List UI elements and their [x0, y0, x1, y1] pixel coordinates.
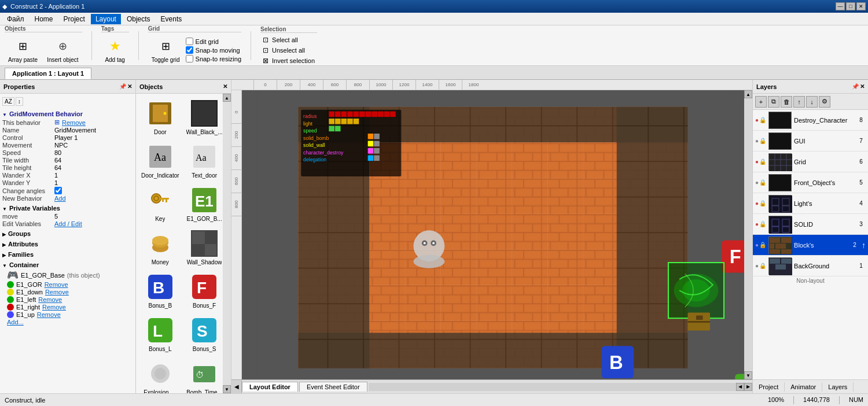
- container-header[interactable]: Container: [2, 261, 133, 269]
- objects-scroll-down-btn[interactable]: ▼: [223, 385, 231, 393]
- remove-behavior-link[interactable]: Remove: [62, 119, 86, 126]
- objects-scrollbar[interactable]: ▲ ▼: [223, 94, 231, 393]
- menu-objects[interactable]: Objects: [122, 14, 155, 24]
- object-e1-gor[interactable]: E1 E1_GOR_B...: [183, 183, 223, 225]
- objects-header-buttons[interactable]: ✕: [223, 83, 227, 90]
- menu-home[interactable]: Home: [30, 14, 58, 24]
- object-key[interactable]: Key: [138, 183, 182, 225]
- snap-to-moving-check[interactable]: Snap-to moving: [186, 46, 242, 54]
- layer-front-objects[interactable]: ● 🔒 Front_Object's 5: [753, 172, 868, 193]
- e1-left-remove-link[interactable]: Remove: [38, 296, 62, 303]
- properties-pin-icon[interactable]: 📌: [119, 83, 126, 90]
- change-angles-checkbox[interactable]: [54, 187, 62, 194]
- object-door[interactable]: Door: [138, 96, 182, 138]
- container-add-link[interactable]: Add...: [7, 319, 24, 326]
- layer-4-num: 4: [856, 200, 866, 206]
- object-bonus-f[interactable]: F Bonus_F: [183, 270, 223, 312]
- groups-collapse-icon[interactable]: [2, 230, 6, 237]
- layer-blocks[interactable]: ● 🔒 Block's 2 ↑: [753, 235, 868, 256]
- minimize-button[interactable]: —: [836, 2, 845, 10]
- copy-layer-btn[interactable]: ⧉: [768, 96, 779, 108]
- scroll-up-btn[interactable]: ▲: [744, 90, 752, 98]
- attributes-collapse-icon[interactable]: [2, 241, 6, 248]
- canvas-v-scrollbar[interactable]: ▲ ▼: [744, 90, 752, 379]
- e1-up-remove-link[interactable]: Remove: [37, 311, 61, 318]
- layers-close-icon[interactable]: ✕: [860, 83, 865, 90]
- sort-az-icon[interactable]: AZ: [2, 97, 14, 106]
- animator-tab[interactable]: Animator: [785, 382, 822, 392]
- menu-file[interactable]: Файл: [2, 14, 29, 24]
- e1-down-remove-link[interactable]: Remove: [45, 289, 69, 296]
- h-scroll-left-btn[interactable]: ◀: [736, 383, 744, 391]
- unselect-all-button[interactable]: ⊡ Unselect all: [260, 46, 317, 55]
- canvas-bottom-left-btn[interactable]: ◀: [231, 380, 242, 394]
- sort-icon[interactable]: ↕: [16, 97, 23, 106]
- objects-close-icon[interactable]: ✕: [223, 83, 227, 90]
- close-button[interactable]: ✕: [856, 2, 866, 10]
- game-viewport[interactable]: radius: [242, 90, 744, 379]
- attributes-header[interactable]: Attributes: [2, 240, 133, 248]
- layout-tab[interactable]: Application 1 : Layout 1: [5, 68, 91, 79]
- families-collapse-icon[interactable]: [2, 251, 6, 258]
- properties-close-icon[interactable]: ✕: [127, 83, 132, 90]
- object-text-door[interactable]: Aa Text_door: [183, 139, 223, 182]
- groups-header[interactable]: Groups: [2, 230, 133, 238]
- e1-gor-remove-link[interactable]: Remove: [45, 281, 68, 288]
- layers-tab-btn[interactable]: Layers: [822, 382, 854, 392]
- object-door-indicator[interactable]: Aa Door_Indicator: [138, 139, 182, 182]
- layout-editor-tab[interactable]: Layout Editor: [242, 382, 298, 392]
- insert-object-button[interactable]: ⊕ Insert object: [43, 35, 82, 65]
- object-wall-shadow[interactable]: Wall_Shadow: [183, 226, 223, 268]
- layers-header-buttons[interactable]: 📌 ✕: [852, 83, 865, 90]
- edit-grid-checkbox[interactable]: [186, 38, 193, 45]
- object-bonus-b[interactable]: B Bonus_B: [138, 270, 182, 312]
- array-paste-button[interactable]: ⊞ Array paste: [5, 35, 41, 65]
- layer-gui[interactable]: ● 🔒 GUI 7: [753, 131, 868, 152]
- edit-grid-check[interactable]: Edit grid: [186, 38, 242, 45]
- menu-project[interactable]: Project: [59, 14, 90, 24]
- container-collapse-icon[interactable]: [2, 261, 7, 268]
- object-bomb-time[interactable]: ⏱ Bomb_Time...: [183, 356, 223, 393]
- layer-lights[interactable]: ● 🔒 Light's 4: [753, 193, 868, 214]
- title-bar-controls[interactable]: — □ ✕: [836, 2, 866, 10]
- h-scroll-btns[interactable]: ◀ ▶: [736, 383, 752, 391]
- select-all-button[interactable]: ⊡ Select all: [260, 35, 317, 45]
- object-explosion[interactable]: Explosion_...: [138, 356, 182, 393]
- edit-variables-link[interactable]: Add / Edit: [54, 220, 82, 227]
- move-layer-down-btn[interactable]: ↓: [806, 96, 818, 108]
- scroll-down-btn[interactable]: ▼: [744, 371, 752, 379]
- snap-to-resizing-check[interactable]: Snap-to resizing: [186, 55, 242, 62]
- object-bonus-s[interactable]: S Bonus_S: [183, 313, 223, 355]
- layer-destroy-character[interactable]: ● 🔒 Destroy_Character 8: [753, 110, 868, 131]
- snap-to-resizing-checkbox[interactable]: [186, 55, 193, 62]
- objects-scroll-up-btn[interactable]: ▲: [223, 94, 231, 102]
- toggle-grid-button[interactable]: ⊞ Toggle grid: [148, 35, 183, 65]
- project-tab[interactable]: Project: [753, 382, 785, 392]
- event-sheet-tab[interactable]: Event Sheet Editor: [299, 382, 367, 392]
- delete-layer-btn[interactable]: 🗑: [781, 96, 792, 108]
- properties-header-buttons[interactable]: 📌 ✕: [119, 83, 132, 90]
- families-header[interactable]: Families: [2, 250, 133, 259]
- move-layer-up-btn[interactable]: ↑: [793, 96, 805, 108]
- add-tag-button[interactable]: ★ Add tag: [101, 35, 129, 65]
- private-vars-header[interactable]: Private Variables: [2, 204, 133, 212]
- new-behavior-link[interactable]: Add: [54, 195, 66, 202]
- menu-events[interactable]: Events: [156, 14, 187, 24]
- private-vars-collapse-icon[interactable]: [2, 205, 7, 212]
- layer-settings-btn[interactable]: ⚙: [819, 96, 830, 108]
- object-wall-black[interactable]: Wall_Black_...: [183, 96, 223, 138]
- object-bonus-l[interactable]: L Bonus_L: [138, 313, 182, 355]
- layer-grid[interactable]: ● 🔒 Grid 6: [753, 152, 868, 172]
- maximize-button[interactable]: □: [846, 2, 855, 10]
- layers-pin-icon[interactable]: 📌: [852, 83, 859, 90]
- menu-layout[interactable]: Layout: [91, 14, 121, 24]
- h-scroll-right-btn[interactable]: ▶: [744, 383, 752, 391]
- add-layer-btn[interactable]: +: [755, 96, 767, 108]
- layer-background[interactable]: ● 🔒 BackGround 1: [753, 256, 868, 276]
- invert-selection-button[interactable]: ⊠ Invert selection: [260, 56, 317, 65]
- e1-right-remove-link[interactable]: Remove: [42, 304, 66, 311]
- snap-to-moving-checkbox[interactable]: [186, 46, 193, 54]
- object-money[interactable]: Money: [138, 226, 182, 268]
- layer-solid[interactable]: ● 🔒 SOLID 3: [753, 214, 868, 235]
- behavior-collapse-icon[interactable]: [2, 110, 7, 117]
